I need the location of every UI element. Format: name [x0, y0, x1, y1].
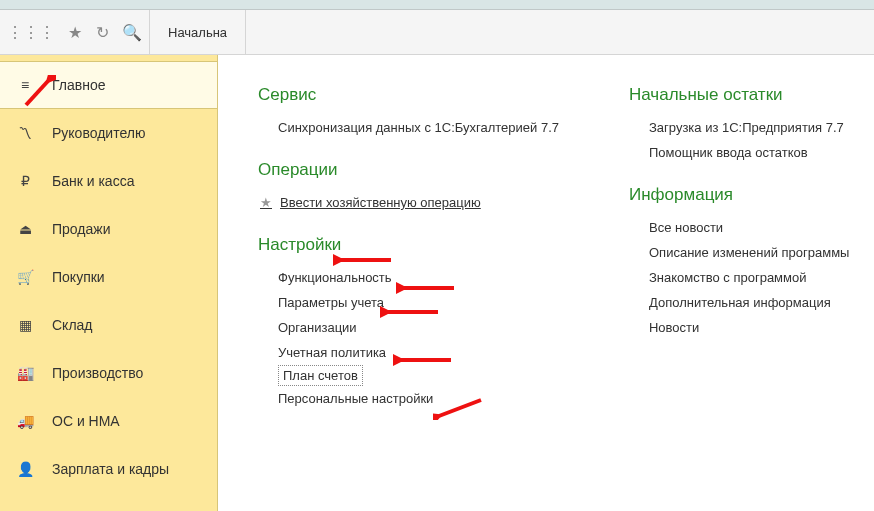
sidebar: ≡ Главное 〽 Руководителю ₽ Банк и касса … [0, 55, 218, 511]
toolbar-icons: ⋮⋮⋮ ★ ↻ 🔍 [0, 10, 150, 54]
sidebar-item-purchases[interactable]: 🛒 Покупки [0, 253, 217, 301]
window-titlebar [0, 0, 874, 10]
link-functionality[interactable]: Функциональность [278, 265, 559, 290]
sidebar-item-main[interactable]: ≡ Главное [0, 61, 218, 109]
main-area: ≡ Главное 〽 Руководителю ₽ Банк и касса … [0, 55, 874, 511]
link-accounting-policy[interactable]: Учетная политика [278, 340, 559, 365]
grid-icon: ▦ [16, 317, 34, 333]
link-accounting-params[interactable]: Параметры учета [278, 290, 559, 315]
sidebar-item-label: Покупки [52, 269, 105, 285]
link-chart-of-accounts[interactable]: План счетов [278, 365, 363, 386]
sidebar-item-hr[interactable]: 👤 Зарплата и кадры [0, 445, 217, 493]
cart-icon: 🛒 [16, 269, 34, 285]
chart-icon: 〽 [16, 125, 34, 141]
sidebar-item-label: Главное [52, 77, 106, 93]
link-balance-assistant[interactable]: Помощник ввода остатков [649, 140, 849, 165]
section-operations: Операции [258, 160, 559, 180]
section-information: Информация [629, 185, 849, 205]
sidebar-item-assets[interactable]: 🚚 ОС и НМА [0, 397, 217, 445]
link-enter-operation[interactable]: Ввести хозяйственную операцию [278, 190, 559, 215]
tab-bar: ⋮⋮⋮ ★ ↻ 🔍 Начальна [0, 10, 874, 55]
ruble-icon: ₽ [16, 173, 34, 189]
search-icon[interactable]: 🔍 [122, 23, 142, 42]
content-panel: Сервис Синхронизация данных с 1С:Бухгалт… [218, 55, 874, 511]
sidebar-item-label: Руководителю [52, 125, 145, 141]
sidebar-item-bank[interactable]: ₽ Банк и касса [0, 157, 217, 205]
section-service: Сервис [258, 85, 559, 105]
sidebar-item-sales[interactable]: ⏏ Продажи [0, 205, 217, 253]
sidebar-item-label: Продажи [52, 221, 110, 237]
link-organizations[interactable]: Организации [278, 315, 559, 340]
sidebar-item-warehouse[interactable]: ▦ Склад [0, 301, 217, 349]
sidebar-item-label: ОС и НМА [52, 413, 120, 429]
column-right: Начальные остатки Загрузка из 1С:Предпри… [629, 79, 849, 501]
menu-icon: ≡ [16, 77, 34, 93]
history-icon[interactable]: ↻ [96, 23, 109, 42]
star-icon[interactable]: ★ [68, 23, 82, 42]
link-load-from-77[interactable]: Загрузка из 1С:Предприятия 7.7 [649, 115, 849, 140]
sidebar-item-production[interactable]: 🏭 Производство [0, 349, 217, 397]
link-personal-settings[interactable]: Персональные настройки [278, 386, 559, 411]
apps-icon[interactable]: ⋮⋮⋮ [7, 23, 55, 42]
sales-icon: ⏏ [16, 221, 34, 237]
sidebar-item-manager[interactable]: 〽 Руководителю [0, 109, 217, 157]
sidebar-item-label: Зарплата и кадры [52, 461, 169, 477]
person-icon: 👤 [16, 461, 34, 477]
truck-icon: 🚚 [16, 413, 34, 429]
link-sync-77[interactable]: Синхронизация данных с 1С:Бухгалтерией 7… [278, 115, 559, 140]
section-settings: Настройки [258, 235, 559, 255]
sidebar-item-label: Производство [52, 365, 143, 381]
link-additional-info[interactable]: Дополнительная информация [649, 290, 849, 315]
column-left: Сервис Синхронизация данных с 1С:Бухгалт… [258, 79, 559, 501]
tab-start-page[interactable]: Начальна [150, 10, 246, 54]
sidebar-item-label: Банк и касса [52, 173, 134, 189]
sidebar-item-label: Склад [52, 317, 93, 333]
link-changelog[interactable]: Описание изменений программы [649, 240, 849, 265]
section-initial-balances: Начальные остатки [629, 85, 849, 105]
link-all-news[interactable]: Все новости [649, 215, 849, 240]
link-news[interactable]: Новости [649, 315, 849, 340]
tab-label: Начальна [168, 25, 227, 40]
factory-icon: 🏭 [16, 365, 34, 381]
link-intro[interactable]: Знакомство с программой [649, 265, 849, 290]
